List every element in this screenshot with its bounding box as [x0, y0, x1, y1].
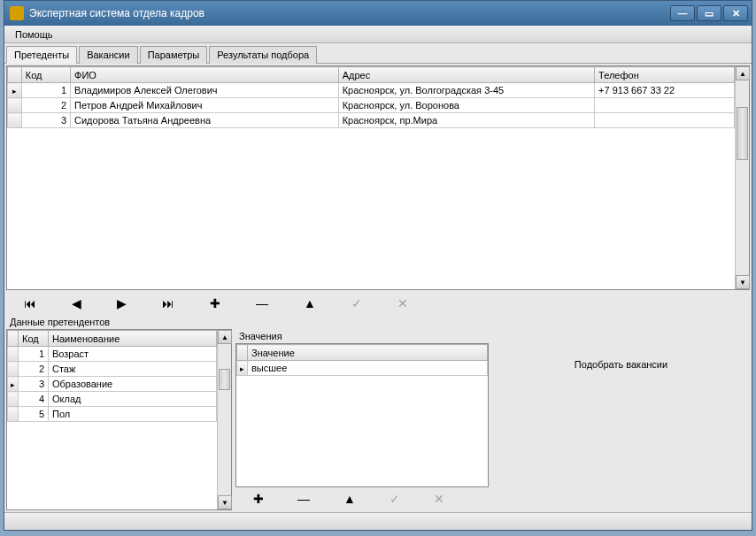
nav-edit-icon[interactable]: ▲ [304, 296, 316, 310]
window-title: Экспертная система отдела кадров [29, 7, 670, 19]
vertical-scrollbar[interactable]: ▲ ▼ [735, 66, 749, 289]
titlebar[interactable]: Экспертная система отдела кадров — ▭ ✕ [4, 1, 752, 26]
table-header-row: Значение [237, 345, 488, 361]
table-row[interactable]: 2 Петров Андрей Михайлович Красноярск, у… [8, 98, 735, 113]
table-row[interactable]: 3 Образование [8, 377, 217, 392]
col-fio[interactable]: ФИО [71, 67, 339, 83]
nav-cancel-icon[interactable]: ✕ [397, 296, 408, 310]
nav-post-icon[interactable]: ✓ [390, 492, 400, 506]
values-label: Значения [235, 329, 489, 343]
col-name[interactable]: Наименование [49, 331, 217, 347]
bottom-panels: Код Наименование 1 Возраст 2 [6, 329, 750, 510]
tab-bar: Претеденты Вакансии Параметры Результаты… [4, 43, 752, 64]
table-row[interactable]: высшее [237, 361, 488, 376]
nav-cancel-icon[interactable]: ✕ [434, 492, 444, 506]
col-code[interactable]: Код [21, 67, 70, 83]
values-navigator: ✚ — ▲ ✓ ✕ [235, 487, 489, 510]
close-button[interactable]: ✕ [723, 5, 748, 21]
nav-delete-icon[interactable]: — [256, 296, 268, 310]
row-indicator-icon [8, 83, 22, 98]
scroll-thumb[interactable] [737, 107, 748, 160]
applicants-grid[interactable]: Код ФИО Адрес Телефон 1 Владимиров Алекс… [6, 65, 750, 290]
scroll-thumb[interactable] [219, 369, 230, 390]
tab-parameters[interactable]: Параметры [140, 46, 208, 64]
applicant-data-label: Данные претендентов [6, 315, 750, 329]
row-indicator-icon [237, 361, 248, 376]
table-header-row: Код ФИО Адрес Телефон [8, 67, 735, 83]
menu-help[interactable]: Помощь [10, 27, 58, 42]
col-address[interactable]: Адрес [338, 67, 594, 83]
scroll-down-icon[interactable]: ▼ [736, 275, 750, 289]
status-bar [4, 512, 752, 530]
table-row[interactable]: 5 Пол [8, 407, 217, 422]
params-grid[interactable]: Код Наименование 1 Возраст 2 [6, 329, 232, 510]
table-row[interactable]: 4 Оклад [8, 392, 217, 407]
values-grid[interactable]: Значение высшее [235, 343, 489, 487]
minimize-button[interactable]: — [670, 5, 695, 21]
tab-results[interactable]: Результаты подбора [209, 46, 317, 64]
nav-first-icon[interactable]: ⏮ [24, 296, 36, 310]
tab-applicants[interactable]: Претеденты [6, 46, 77, 64]
table-row[interactable]: 1 Владимиров Алексей Олегович Красноярск… [8, 83, 735, 98]
nav-edit-icon[interactable]: ▲ [343, 492, 356, 506]
menubar: Помощь [4, 26, 752, 43]
col-phone[interactable]: Телефон [595, 67, 735, 83]
col-value[interactable]: Значение [248, 345, 488, 361]
scroll-down-icon[interactable]: ▼ [218, 495, 232, 509]
nav-insert-icon[interactable]: ✚ [210, 296, 220, 310]
db-navigator: ⏮ ◀ ▶ ⏭ ✚ — ▲ ✓ ✕ [6, 292, 750, 315]
app-icon [10, 6, 24, 20]
table-row[interactable]: 2 Стаж [8, 362, 217, 377]
tab-vacancies[interactable]: Вакансии [79, 46, 138, 64]
table-header-row: Код Наименование [8, 331, 217, 347]
nav-next-icon[interactable]: ▶ [117, 296, 127, 310]
table-row[interactable]: 3 Сидорова Татьяна Андреевна Красноярск,… [8, 113, 735, 128]
nav-post-icon[interactable]: ✓ [351, 296, 362, 310]
vertical-scrollbar[interactable]: ▲ ▼ [217, 330, 231, 509]
nav-last-icon[interactable]: ⏭ [162, 296, 174, 310]
nav-insert-icon[interactable]: ✚ [253, 492, 264, 506]
nav-prev-icon[interactable]: ◀ [72, 296, 81, 310]
tab-content: Код ФИО Адрес Телефон 1 Владимиров Алекс… [4, 64, 752, 512]
table-row[interactable]: 1 Возраст [8, 347, 217, 362]
row-indicator-icon [8, 377, 19, 392]
scroll-up-icon[interactable]: ▲ [736, 66, 750, 80]
col-code[interactable]: Код [19, 331, 49, 347]
maximize-button[interactable]: ▭ [697, 5, 721, 21]
app-window: Экспертная система отдела кадров — ▭ ✕ П… [4, 0, 752, 531]
scroll-up-icon[interactable]: ▲ [218, 330, 232, 344]
indicator-col-header [8, 67, 22, 83]
nav-delete-icon[interactable]: — [297, 492, 310, 506]
select-vacancies-button[interactable]: Подобрать вакансии [566, 356, 676, 373]
